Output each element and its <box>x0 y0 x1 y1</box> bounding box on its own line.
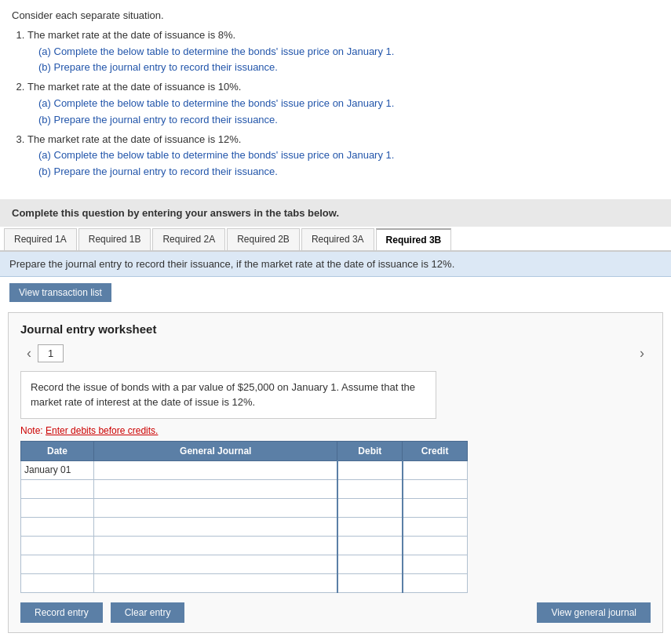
journal-cell-7[interactable] <box>94 573 337 592</box>
journal-input-4[interactable] <box>97 522 334 533</box>
debit-input-2[interactable] <box>341 484 399 495</box>
date-cell-1: January 01 <box>21 460 94 479</box>
journal-cell-1[interactable] <box>94 460 337 479</box>
col-header-credit: Credit <box>403 441 468 460</box>
date-cell-5 <box>21 536 94 555</box>
date-cell-2 <box>21 479 94 498</box>
credit-input-6[interactable] <box>407 559 464 570</box>
tab-required-1b[interactable]: Required 1B <box>78 228 151 250</box>
debit-cell-4[interactable] <box>337 517 403 536</box>
journal-table: Date General Journal Debit Credit Januar… <box>20 441 468 593</box>
tab-required-3a[interactable]: Required 3A <box>301 228 374 250</box>
journal-cell-6[interactable] <box>94 555 337 573</box>
table-row <box>21 517 468 536</box>
journal-input-7[interactable] <box>97 578 334 589</box>
situation-2-main: The market rate at the date of issuance … <box>27 81 241 93</box>
credit-cell-1[interactable] <box>403 460 468 479</box>
table-row <box>21 573 468 592</box>
debit-input-4[interactable] <box>341 522 399 533</box>
journal-worksheet: Journal entry worksheet ‹ 1 › Record the… <box>8 312 663 633</box>
credit-cell-3[interactable] <box>403 498 468 517</box>
view-transaction-list-button[interactable]: View transaction list <box>9 283 111 302</box>
situation-1: The market rate at the date of issuance … <box>27 27 659 76</box>
journal-cell-5[interactable] <box>94 536 337 555</box>
credit-input-5[interactable] <box>407 540 464 551</box>
situation-2: The market rate at the date of issuance … <box>27 79 659 128</box>
table-body: January 01 <box>21 460 468 592</box>
credit-cell-5[interactable] <box>403 536 468 555</box>
tabs-row: Required 1A Required 1B Required 2A Requ… <box>0 228 671 252</box>
tab-required-2b[interactable]: Required 2B <box>227 228 300 250</box>
note-underline: Enter debits before credits. <box>46 425 158 436</box>
journal-input-6[interactable] <box>97 559 334 570</box>
situation-2-sub-a: (a) Complete the below table to determin… <box>27 96 659 112</box>
tab-required-3b[interactable]: Required 3B <box>376 228 452 250</box>
col-header-date: Date <box>21 441 94 460</box>
journal-input-2[interactable] <box>97 484 334 495</box>
table-row: January 01 <box>21 460 468 479</box>
situation-2-sub-b: (b) Prepare the journal entry to record … <box>27 112 659 129</box>
journal-cell-4[interactable] <box>94 517 337 536</box>
debit-cell-6[interactable] <box>337 555 403 573</box>
date-cell-3 <box>21 498 94 517</box>
journal-input-1[interactable] <box>97 465 334 476</box>
credit-cell-6[interactable] <box>403 555 468 573</box>
situation-3-sub-a: (a) Complete the below table to determin… <box>27 147 659 164</box>
table-row <box>21 498 468 517</box>
credit-input-1[interactable] <box>407 465 464 476</box>
debit-input-5[interactable] <box>341 540 399 551</box>
col-header-general-journal: General Journal <box>94 441 337 460</box>
table-header-row: Date General Journal Debit Credit <box>21 441 468 460</box>
date-cell-4 <box>21 517 94 536</box>
debit-input-3[interactable] <box>341 503 399 514</box>
navigation-row: ‹ 1 › <box>20 344 651 363</box>
debit-cell-2[interactable] <box>337 479 403 498</box>
view-general-journal-button[interactable]: View general journal <box>537 602 651 623</box>
col-header-debit: Debit <box>337 441 403 460</box>
table-row <box>21 479 468 498</box>
debit-cell-1[interactable] <box>337 460 403 479</box>
button-row: Record entry Clear entry View general jo… <box>20 602 651 623</box>
prev-arrow-icon[interactable]: ‹ <box>20 344 38 363</box>
situation-1-sub-b: (b) Prepare the journal entry to record … <box>27 60 659 76</box>
credit-cell-4[interactable] <box>403 517 468 536</box>
situation-list: The market rate at the date of issuance … <box>12 27 659 180</box>
credit-input-7[interactable] <box>407 578 464 589</box>
record-description: Record the issue of bonds with a par val… <box>20 371 436 419</box>
credit-input-4[interactable] <box>407 522 464 533</box>
tab-required-1a[interactable]: Required 1A <box>4 228 77 250</box>
journal-cell-2[interactable] <box>94 479 337 498</box>
situation-3-main: The market rate at the date of issuance … <box>27 133 241 145</box>
situation-1-sub-a: (a) Complete the below table to determin… <box>27 44 659 60</box>
journal-input-3[interactable] <box>97 503 334 514</box>
journal-cell-3[interactable] <box>94 498 337 517</box>
debit-cell-5[interactable] <box>337 536 403 555</box>
table-row <box>21 555 468 573</box>
date-cell-6 <box>21 555 94 573</box>
tab-required-2a[interactable]: Required 2A <box>152 228 225 250</box>
situation-1-main: The market rate at the date of issuance … <box>27 29 235 41</box>
debit-input-6[interactable] <box>341 559 399 570</box>
credit-cell-2[interactable] <box>403 479 468 498</box>
next-arrow-icon[interactable]: › <box>633 344 651 363</box>
debit-input-1[interactable] <box>341 465 399 476</box>
debit-input-7[interactable] <box>341 578 399 589</box>
credit-input-2[interactable] <box>407 484 464 495</box>
complete-bar: Complete this question by entering your … <box>0 199 671 227</box>
journal-title: Journal entry worksheet <box>20 322 651 336</box>
consider-text: Consider each separate situation. <box>12 8 659 24</box>
credit-cell-7[interactable] <box>403 573 468 592</box>
tab-description: Prepare the journal entry to record thei… <box>0 252 671 277</box>
intro-section: Consider each separate situation. The ma… <box>0 0 671 191</box>
journal-input-5[interactable] <box>97 540 334 551</box>
situation-3-sub-b: (b) Prepare the journal entry to record … <box>27 164 659 180</box>
record-entry-button[interactable]: Record entry <box>20 602 103 623</box>
table-row <box>21 536 468 555</box>
debit-cell-3[interactable] <box>337 498 403 517</box>
date-cell-7 <box>21 573 94 592</box>
situation-3: The market rate at the date of issuance … <box>27 132 659 180</box>
credit-input-3[interactable] <box>407 503 464 514</box>
page-number: 1 <box>38 344 64 362</box>
debit-cell-7[interactable] <box>337 573 403 592</box>
clear-entry-button[interactable]: Clear entry <box>111 602 185 623</box>
